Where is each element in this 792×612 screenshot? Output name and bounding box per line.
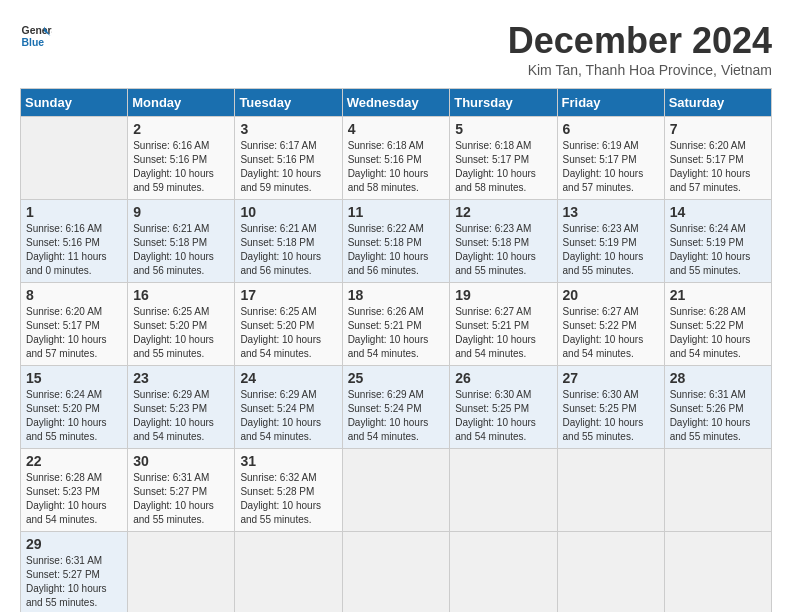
calendar-cell: 31Sunrise: 6:32 AMSunset: 5:28 PMDayligh… — [235, 449, 342, 532]
calendar-cell — [342, 532, 450, 613]
week-row-5: 29Sunrise: 6:31 AMSunset: 5:27 PMDayligh… — [21, 532, 772, 613]
day-number: 18 — [348, 287, 445, 303]
day-number: 26 — [455, 370, 551, 386]
svg-text:Blue: Blue — [22, 37, 45, 48]
day-number: 8 — [26, 287, 122, 303]
calendar-cell: 26Sunrise: 6:30 AMSunset: 5:25 PMDayligh… — [450, 366, 557, 449]
day-number: 30 — [133, 453, 229, 469]
day-number: 31 — [240, 453, 336, 469]
day-number: 23 — [133, 370, 229, 386]
calendar-cell: 6Sunrise: 6:19 AMSunset: 5:17 PMDaylight… — [557, 117, 664, 200]
day-header-friday: Friday — [557, 89, 664, 117]
day-info: Sunrise: 6:16 AMSunset: 5:16 PMDaylight:… — [133, 140, 214, 193]
day-info: Sunrise: 6:29 AMSunset: 5:23 PMDaylight:… — [133, 389, 214, 442]
day-number: 10 — [240, 204, 336, 220]
day-number: 9 — [133, 204, 229, 220]
calendar-cell — [450, 532, 557, 613]
day-number: 6 — [563, 121, 659, 137]
day-info: Sunrise: 6:21 AMSunset: 5:18 PMDaylight:… — [240, 223, 321, 276]
day-number: 13 — [563, 204, 659, 220]
day-info: Sunrise: 6:18 AMSunset: 5:17 PMDaylight:… — [455, 140, 536, 193]
day-header-thursday: Thursday — [450, 89, 557, 117]
calendar-cell — [342, 449, 450, 532]
calendar-cell: 21Sunrise: 6:28 AMSunset: 5:22 PMDayligh… — [664, 283, 771, 366]
day-info: Sunrise: 6:29 AMSunset: 5:24 PMDaylight:… — [240, 389, 321, 442]
day-number: 2 — [133, 121, 229, 137]
day-info: Sunrise: 6:25 AMSunset: 5:20 PMDaylight:… — [133, 306, 214, 359]
calendar-cell: 18Sunrise: 6:26 AMSunset: 5:21 PMDayligh… — [342, 283, 450, 366]
calendar-cell: 8Sunrise: 6:20 AMSunset: 5:17 PMDaylight… — [21, 283, 128, 366]
day-number: 15 — [26, 370, 122, 386]
day-number: 14 — [670, 204, 766, 220]
day-header-monday: Monday — [128, 89, 235, 117]
day-info: Sunrise: 6:18 AMSunset: 5:16 PMDaylight:… — [348, 140, 429, 193]
day-info: Sunrise: 6:27 AMSunset: 5:22 PMDaylight:… — [563, 306, 644, 359]
day-number: 27 — [563, 370, 659, 386]
calendar-cell: 4Sunrise: 6:18 AMSunset: 5:16 PMDaylight… — [342, 117, 450, 200]
day-info: Sunrise: 6:30 AMSunset: 5:25 PMDaylight:… — [563, 389, 644, 442]
day-info: Sunrise: 6:27 AMSunset: 5:21 PMDaylight:… — [455, 306, 536, 359]
days-header-row: SundayMondayTuesdayWednesdayThursdayFrid… — [21, 89, 772, 117]
svg-text:General: General — [22, 25, 52, 36]
calendar-cell: 9Sunrise: 6:21 AMSunset: 5:18 PMDaylight… — [128, 200, 235, 283]
day-number: 19 — [455, 287, 551, 303]
week-row-4: 22Sunrise: 6:28 AMSunset: 5:23 PMDayligh… — [21, 449, 772, 532]
calendar-cell: 19Sunrise: 6:27 AMSunset: 5:21 PMDayligh… — [450, 283, 557, 366]
day-number: 4 — [348, 121, 445, 137]
calendar-cell — [21, 117, 128, 200]
day-header-wednesday: Wednesday — [342, 89, 450, 117]
day-number: 3 — [240, 121, 336, 137]
day-header-sunday: Sunday — [21, 89, 128, 117]
day-info: Sunrise: 6:21 AMSunset: 5:18 PMDaylight:… — [133, 223, 214, 276]
calendar-cell: 1Sunrise: 6:16 AMSunset: 5:16 PMDaylight… — [21, 200, 128, 283]
calendar-cell: 5Sunrise: 6:18 AMSunset: 5:17 PMDaylight… — [450, 117, 557, 200]
day-info: Sunrise: 6:32 AMSunset: 5:28 PMDaylight:… — [240, 472, 321, 525]
day-info: Sunrise: 6:31 AMSunset: 5:27 PMDaylight:… — [133, 472, 214, 525]
day-number: 12 — [455, 204, 551, 220]
day-number: 25 — [348, 370, 445, 386]
day-info: Sunrise: 6:20 AMSunset: 5:17 PMDaylight:… — [670, 140, 751, 193]
day-number: 29 — [26, 536, 122, 552]
calendar-cell: 20Sunrise: 6:27 AMSunset: 5:22 PMDayligh… — [557, 283, 664, 366]
page-header: General Blue December 2024 Kim Tan, Than… — [20, 20, 772, 78]
week-row-0: 2Sunrise: 6:16 AMSunset: 5:16 PMDaylight… — [21, 117, 772, 200]
calendar-cell: 3Sunrise: 6:17 AMSunset: 5:16 PMDaylight… — [235, 117, 342, 200]
calendar-cell: 7Sunrise: 6:20 AMSunset: 5:17 PMDaylight… — [664, 117, 771, 200]
day-number: 7 — [670, 121, 766, 137]
day-number: 16 — [133, 287, 229, 303]
calendar-table: SundayMondayTuesdayWednesdayThursdayFrid… — [20, 88, 772, 612]
calendar-cell: 14Sunrise: 6:24 AMSunset: 5:19 PMDayligh… — [664, 200, 771, 283]
calendar-cell: 23Sunrise: 6:29 AMSunset: 5:23 PMDayligh… — [128, 366, 235, 449]
calendar-cell: 12Sunrise: 6:23 AMSunset: 5:18 PMDayligh… — [450, 200, 557, 283]
day-info: Sunrise: 6:22 AMSunset: 5:18 PMDaylight:… — [348, 223, 429, 276]
day-number: 11 — [348, 204, 445, 220]
day-number: 24 — [240, 370, 336, 386]
calendar-cell: 22Sunrise: 6:28 AMSunset: 5:23 PMDayligh… — [21, 449, 128, 532]
calendar-cell: 28Sunrise: 6:31 AMSunset: 5:26 PMDayligh… — [664, 366, 771, 449]
calendar-cell: 27Sunrise: 6:30 AMSunset: 5:25 PMDayligh… — [557, 366, 664, 449]
day-info: Sunrise: 6:23 AMSunset: 5:18 PMDaylight:… — [455, 223, 536, 276]
week-row-1: 1Sunrise: 6:16 AMSunset: 5:16 PMDaylight… — [21, 200, 772, 283]
day-info: Sunrise: 6:24 AMSunset: 5:20 PMDaylight:… — [26, 389, 107, 442]
day-info: Sunrise: 6:31 AMSunset: 5:27 PMDaylight:… — [26, 555, 107, 608]
day-info: Sunrise: 6:17 AMSunset: 5:16 PMDaylight:… — [240, 140, 321, 193]
calendar-cell: 13Sunrise: 6:23 AMSunset: 5:19 PMDayligh… — [557, 200, 664, 283]
day-number: 17 — [240, 287, 336, 303]
day-info: Sunrise: 6:24 AMSunset: 5:19 PMDaylight:… — [670, 223, 751, 276]
day-number: 20 — [563, 287, 659, 303]
calendar-cell: 16Sunrise: 6:25 AMSunset: 5:20 PMDayligh… — [128, 283, 235, 366]
day-info: Sunrise: 6:28 AMSunset: 5:23 PMDaylight:… — [26, 472, 107, 525]
calendar-cell — [557, 449, 664, 532]
logo-icon: General Blue — [20, 20, 52, 52]
day-info: Sunrise: 6:16 AMSunset: 5:16 PMDaylight:… — [26, 223, 107, 276]
calendar-cell: 11Sunrise: 6:22 AMSunset: 5:18 PMDayligh… — [342, 200, 450, 283]
calendar-cell: 29Sunrise: 6:31 AMSunset: 5:27 PMDayligh… — [21, 532, 128, 613]
calendar-cell: 10Sunrise: 6:21 AMSunset: 5:18 PMDayligh… — [235, 200, 342, 283]
calendar-cell — [128, 532, 235, 613]
day-info: Sunrise: 6:26 AMSunset: 5:21 PMDaylight:… — [348, 306, 429, 359]
week-row-2: 8Sunrise: 6:20 AMSunset: 5:17 PMDaylight… — [21, 283, 772, 366]
calendar-cell: 30Sunrise: 6:31 AMSunset: 5:27 PMDayligh… — [128, 449, 235, 532]
week-row-3: 15Sunrise: 6:24 AMSunset: 5:20 PMDayligh… — [21, 366, 772, 449]
day-number: 1 — [26, 204, 122, 220]
day-header-saturday: Saturday — [664, 89, 771, 117]
